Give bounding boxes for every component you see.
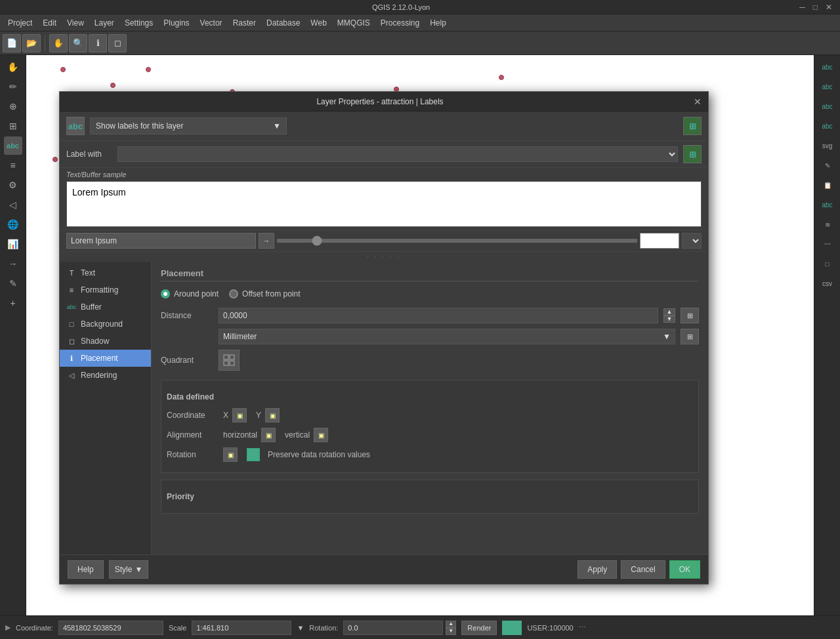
sidebar-label[interactable]: abc bbox=[4, 136, 22, 155]
sidebar-plugin[interactable]: ◁ bbox=[4, 196, 22, 214]
right-icon-9[interactable]: ≋ bbox=[818, 215, 837, 234]
lorem-arrow-btn[interactable]: → bbox=[259, 233, 274, 249]
sidebar-plus[interactable]: + bbox=[4, 294, 22, 312]
right-icon-11[interactable]: □ bbox=[818, 255, 837, 273]
nav-background[interactable]: □ Background bbox=[60, 316, 151, 333]
menu-database[interactable]: Database bbox=[261, 17, 305, 29]
sidebar-pan[interactable]: ✋ bbox=[4, 58, 22, 76]
dialog-close-btn[interactable]: ✕ bbox=[694, 96, 702, 107]
render-button[interactable]: Render bbox=[461, 621, 497, 635]
sidebar-chart[interactable]: 📊 bbox=[4, 235, 22, 253]
menu-layer[interactable]: Layer bbox=[89, 17, 119, 29]
lorem-slider[interactable] bbox=[277, 239, 637, 243]
sidebar-arrow[interactable]: → bbox=[4, 255, 22, 273]
right-icon-8[interactable]: abc bbox=[818, 196, 837, 214]
sidebar-list[interactable]: ≡ bbox=[4, 156, 22, 175]
style-button[interactable]: Style ▼ bbox=[109, 560, 149, 579]
offset-from-point-option[interactable]: Offset from point bbox=[229, 289, 300, 299]
cancel-button[interactable]: Cancel bbox=[621, 560, 665, 579]
window-controls[interactable]: ─ □ ✕ bbox=[797, 3, 835, 12]
menu-processing[interactable]: Processing bbox=[375, 17, 425, 29]
menu-edit[interactable]: Edit bbox=[37, 17, 62, 29]
nav-rendering[interactable]: ◁ Rendering bbox=[60, 367, 151, 384]
coordinate-x-label: X bbox=[223, 411, 228, 420]
right-icon-6[interactable]: ✎ bbox=[818, 156, 837, 175]
label-with-icon[interactable]: ⊞ bbox=[683, 145, 702, 163]
maximize-btn[interactable]: □ bbox=[810, 3, 820, 12]
distance-input[interactable] bbox=[219, 308, 658, 323]
apply-button[interactable]: Apply bbox=[578, 560, 617, 579]
statusbar-menu[interactable]: ⋯ bbox=[579, 623, 586, 632]
sidebar-globe[interactable]: 🌐 bbox=[4, 215, 22, 234]
sidebar-node[interactable]: ⊕ bbox=[4, 97, 22, 115]
right-icon-2[interactable]: abc bbox=[818, 77, 837, 96]
unit-expr-btn[interactable]: ⊞ bbox=[681, 329, 699, 344]
menu-help[interactable]: Help bbox=[425, 17, 452, 29]
label-with-select[interactable] bbox=[117, 146, 678, 162]
sidebar-pencil[interactable]: ✏ bbox=[4, 77, 22, 96]
menu-view[interactable]: View bbox=[62, 17, 89, 29]
right-icon-10[interactable]: 〰 bbox=[818, 235, 837, 253]
help-button[interactable]: Help bbox=[68, 560, 104, 579]
identify-tool[interactable]: ℹ bbox=[89, 34, 107, 52]
scale-input[interactable] bbox=[192, 621, 291, 635]
sidebar-edit2[interactable]: ✎ bbox=[4, 274, 22, 293]
around-point-option[interactable]: Around point bbox=[161, 289, 219, 299]
right-icon-3[interactable]: abc bbox=[818, 97, 837, 115]
coordinate-x-btn[interactable]: ▣ bbox=[232, 408, 247, 423]
rotation-spin-up[interactable]: ▲ bbox=[446, 621, 456, 628]
lorem-input[interactable] bbox=[66, 233, 256, 249]
lorem-format-select[interactable] bbox=[682, 233, 702, 249]
toolbar-separator-1 bbox=[45, 35, 45, 51]
open-file-btn[interactable]: 📂 bbox=[22, 34, 41, 52]
nav-formatting[interactable]: ≡ Formatting bbox=[60, 281, 151, 299]
menu-vector[interactable]: Vector bbox=[195, 17, 228, 29]
menu-settings[interactable]: Settings bbox=[119, 17, 158, 29]
label-layer-icon: abc bbox=[66, 117, 85, 135]
show-labels-dropdown[interactable]: Show labels for this layer ▼ bbox=[90, 117, 287, 134]
coordinate-input[interactable] bbox=[58, 621, 163, 635]
right-icon-7[interactable]: 📋 bbox=[818, 176, 837, 194]
right-icon-4[interactable]: abc bbox=[818, 117, 837, 135]
right-icon-5[interactable]: svg bbox=[818, 136, 837, 155]
right-icon-1[interactable]: abc bbox=[818, 58, 837, 76]
menu-project[interactable]: Project bbox=[3, 17, 37, 29]
alignment-vertical-btn[interactable]: ▣ bbox=[314, 428, 328, 442]
sidebar-gear[interactable]: ⚙ bbox=[4, 176, 22, 194]
nav-text[interactable]: T Text bbox=[60, 264, 151, 281]
right-toolbar: abc abc abc abc svg ✎ 📋 abc ≋ 〰 □ csv bbox=[814, 55, 840, 615]
close-btn[interactable]: ✕ bbox=[823, 3, 835, 12]
ok-button[interactable]: OK bbox=[669, 560, 700, 579]
menu-mmqgis[interactable]: MMQGIS bbox=[332, 17, 375, 29]
select-tool[interactable]: ◻ bbox=[108, 34, 127, 52]
zoom-in-tool[interactable]: 🔍 bbox=[69, 34, 87, 52]
distance-spin-up[interactable]: ▲ bbox=[663, 308, 675, 316]
scale-arrow[interactable]: ▼ bbox=[297, 624, 304, 632]
menu-web[interactable]: Web bbox=[305, 17, 331, 29]
rotation-spin-down[interactable]: ▼ bbox=[446, 628, 456, 635]
distance-expr-btn[interactable]: ⊞ bbox=[681, 308, 699, 323]
preserve-rotation-toggle[interactable] bbox=[247, 448, 260, 461]
around-point-radio[interactable] bbox=[161, 289, 170, 299]
menu-raster[interactable]: Raster bbox=[228, 17, 261, 29]
nav-placement[interactable]: ℹ Placement bbox=[60, 350, 151, 367]
right-icon-12[interactable]: csv bbox=[818, 274, 837, 293]
nav-shadow[interactable]: ◻ Shadow bbox=[60, 333, 151, 350]
new-file-btn[interactable]: 📄 bbox=[3, 34, 21, 52]
lorem-color-picker[interactable] bbox=[640, 233, 679, 249]
offset-from-point-radio[interactable] bbox=[229, 289, 238, 299]
menu-plugins[interactable]: Plugins bbox=[158, 17, 194, 29]
rotation-input[interactable] bbox=[343, 621, 443, 635]
nav-buffer[interactable]: abc Buffer bbox=[60, 299, 151, 316]
quadrant-selector[interactable] bbox=[219, 350, 240, 371]
alignment-horizontal-btn[interactable]: ▣ bbox=[261, 428, 276, 442]
expression-btn[interactable]: ⊞ bbox=[683, 117, 702, 135]
resize-handle[interactable]: · · · · · bbox=[60, 252, 708, 262]
rotation-btn[interactable]: ▣ bbox=[223, 447, 238, 462]
minimize-btn[interactable]: ─ bbox=[797, 3, 808, 12]
sidebar-move[interactable]: ⊞ bbox=[4, 117, 22, 135]
pan-tool[interactable]: ✋ bbox=[49, 34, 68, 52]
distance-spin-down[interactable]: ▼ bbox=[663, 316, 675, 323]
unit-dropdown[interactable]: Millimeter ▼ bbox=[219, 329, 675, 344]
coordinate-y-btn[interactable]: ▣ bbox=[265, 408, 280, 423]
